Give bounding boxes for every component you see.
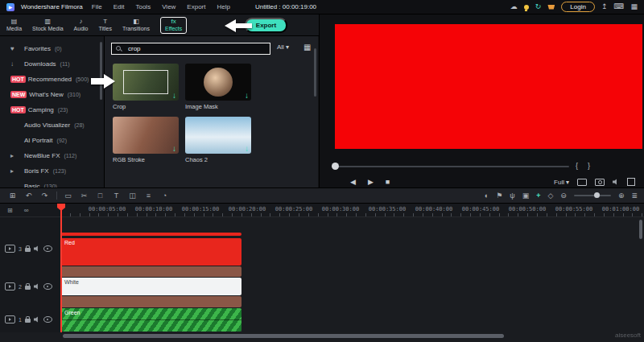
link-icon[interactable]: ∞ [24, 207, 29, 214]
login-button[interactable]: Login [561, 2, 595, 12]
effects-scrollbar[interactable] [314, 48, 316, 97]
sidebar-item-camping[interactable]: HOT Camping (23) [0, 102, 104, 117]
cart-icon[interactable] [547, 5, 555, 10]
sidebar-scrollbar[interactable] [100, 42, 102, 100]
menu-view[interactable]: View [159, 3, 178, 10]
chaos-2-thumbnail[interactable]: ↓ [185, 117, 251, 154]
speaker-icon[interactable] [613, 179, 619, 185]
clip-red[interactable]: Red [60, 238, 242, 266]
zoom-in-icon[interactable]: ⊕ [618, 191, 625, 200]
effect-card-image-mask[interactable]: ↓ Image Mask [185, 64, 251, 110]
tab-audio[interactable]: ♪ Audio [74, 19, 89, 32]
track-height-icon[interactable]: ≣ [631, 191, 638, 200]
split-icon[interactable]: ◫ [126, 191, 138, 200]
timeline-ruler[interactable]: 00:00:05:00 00:00:10:00 00:00:15:00 00:0… [60, 204, 644, 217]
zoom-out-icon[interactable]: ⊖ [560, 191, 567, 200]
sync-icon[interactable]: ↻ [535, 3, 542, 10]
manage-tracks-icon[interactable]: ⊞ [7, 207, 13, 214]
effect-card-chaos-2[interactable]: ↓ Chaos 2 [185, 117, 251, 163]
tab-effects[interactable]: fx Effects [160, 17, 187, 34]
timeline-zoom-slider[interactable] [574, 195, 611, 196]
sidebar-item-whats-new[interactable]: NEW What's New (310) [0, 87, 104, 102]
image-mask-thumbnail[interactable]: ↓ [185, 64, 251, 101]
download-effect-icon[interactable]: ↓ [172, 92, 176, 100]
sidebar-item-recommended[interactable]: HOT Recommended (500) [0, 72, 104, 87]
tab-media[interactable]: ▤ Media [6, 19, 22, 32]
effect-card-rgb-stroke[interactable]: ↓ RGB Stroke [113, 117, 179, 163]
lock-icon[interactable] [25, 319, 31, 323]
cut-icon[interactable]: ✂ [78, 191, 90, 200]
text-tool-icon[interactable]: T [110, 191, 122, 200]
keyboard-icon[interactable]: ⌨ [613, 3, 624, 10]
fullscreen-icon[interactable] [627, 178, 635, 186]
search-box[interactable] [111, 43, 270, 55]
resolution-dropdown[interactable]: Full ▾ [554, 179, 569, 186]
clip-audio-strip[interactable] [60, 266, 242, 277]
color-icon[interactable]: ◐ [485, 191, 489, 200]
menu-edit[interactable]: Edit [111, 3, 127, 10]
lock-icon[interactable] [25, 286, 31, 290]
mark-in-icon[interactable]: { [576, 162, 578, 170]
search-input[interactable] [126, 44, 258, 53]
motion-track-icon[interactable]: + [536, 191, 540, 200]
menu-help[interactable]: Help [214, 3, 232, 10]
fit-screen-icon[interactable] [577, 179, 587, 186]
sidebar-item-ai-portrait[interactable]: AI Portrait (92) [0, 133, 104, 148]
tab-titles[interactable]: T Titles [99, 19, 112, 32]
device-preview-icon[interactable]: ▭ [62, 191, 74, 200]
layout-icon[interactable]: ▦ [630, 3, 638, 10]
timeline-horizontal-scrollbar[interactable] [63, 334, 504, 338]
timeline-vertical-scrollbar[interactable] [639, 220, 642, 239]
rgb-stroke-thumbnail[interactable]: ↓ [113, 117, 179, 154]
tab-stock-media[interactable]: ▥ Stock Media [32, 19, 64, 32]
sidebar-item-boris-fx[interactable]: ▸ Boris FX (123) [0, 163, 104, 179]
clip-audio-strip[interactable] [60, 296, 242, 307]
undo-icon[interactable]: ↶ [23, 191, 35, 200]
mute-icon[interactable] [34, 316, 40, 323]
workspace-icon[interactable]: ⊞ [6, 191, 19, 200]
grid-view-icon[interactable]: ▦ [303, 43, 311, 52]
sidebar-item-audio-visualizer[interactable]: Audio Visualizer (28) [0, 117, 104, 133]
cloud-icon[interactable]: ☁ [510, 3, 518, 10]
visibility-icon[interactable] [43, 283, 52, 290]
previous-frame-button[interactable]: ◀ [350, 178, 356, 186]
audio-mixer-icon[interactable]: ≡ [142, 191, 155, 200]
mute-icon[interactable] [34, 245, 40, 252]
filter-dropdown[interactable]: All ▾ [277, 43, 289, 51]
effect-card-crop[interactable]: ↓ Crop [113, 64, 179, 110]
speed-icon[interactable]: ◔ [159, 191, 171, 200]
download-effect-icon[interactable]: ↓ [245, 145, 249, 153]
sidebar-item-basic[interactable]: Basic (130) [0, 179, 104, 187]
track-1-header[interactable]: 1 [5, 315, 52, 323]
clip-green[interactable]: Green [60, 308, 242, 332]
sidebar-item-newblue-fx[interactable]: ▸ NewBlue FX (112) [0, 148, 104, 163]
keyframe-icon[interactable]: ◇ [547, 191, 553, 200]
seek-bar[interactable] [334, 166, 569, 167]
voiceover-icon[interactable]: ψ [510, 191, 514, 200]
track-2-header[interactable]: 2 [5, 282, 52, 290]
share-icon[interactable]: ↥ [601, 3, 608, 10]
lock-icon[interactable] [25, 248, 31, 252]
marker-icon[interactable]: ⚑ [496, 191, 502, 200]
menu-export[interactable]: Export [184, 3, 208, 10]
sidebar-item-favorites[interactable]: ♥ Favorites (0) [0, 41, 104, 56]
menu-tools[interactable]: Tools [133, 3, 153, 10]
clip-white[interactable]: White [60, 278, 242, 295]
download-effect-icon[interactable]: ↓ [245, 92, 249, 100]
screen-record-icon[interactable]: ▣ [522, 191, 530, 200]
playhead-line[interactable] [60, 204, 62, 332]
seek-handle[interactable] [332, 163, 339, 170]
visibility-icon[interactable] [43, 316, 52, 323]
play-button[interactable]: ▶ [368, 178, 374, 186]
snapshot-icon[interactable] [595, 179, 605, 186]
track-3-header[interactable]: 3 [5, 245, 52, 253]
video-preview[interactable] [335, 24, 642, 149]
visibility-icon[interactable] [43, 245, 52, 252]
mark-out-icon[interactable]: } [588, 162, 590, 170]
crop-thumbnail[interactable]: ↓ [113, 64, 179, 101]
mute-icon[interactable] [34, 283, 40, 290]
download-effect-icon[interactable]: ↓ [172, 145, 176, 153]
sidebar-item-downloads[interactable]: ↓ Downloads (11) [0, 56, 104, 72]
menu-file[interactable]: File [89, 3, 105, 10]
redo-icon[interactable]: ↷ [39, 191, 51, 200]
